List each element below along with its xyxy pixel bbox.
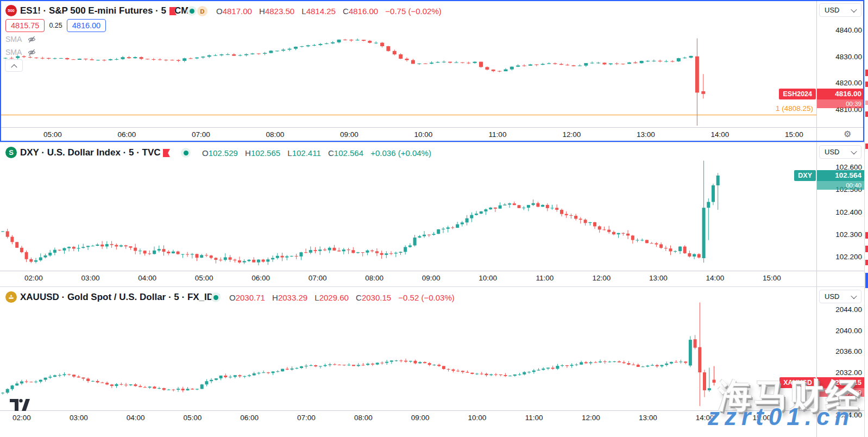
time-tick-label: 06:00 [232,414,267,422]
price-axis[interactable]: 4840.004830.004820.004810.00 [817,0,864,128]
eye-off-icon[interactable] [27,35,36,43]
ohlc-letter: C [328,148,334,158]
high-value: 2033.29 [278,293,307,302]
time-axis[interactable]: 05:0006:0007:0008:0009:0010:0011:0012:00… [0,128,816,141]
chart-panel-dxy: 102.600102.500102.400102.300102.200 02:0… [0,142,864,286]
time-tick-label: 09:00 [403,414,438,422]
flag-icon[interactable] [163,149,170,157]
ohlc-letter: H [272,293,278,302]
edge-mark [865,143,868,149]
low-value: 2029.60 [319,293,349,302]
open-value: 4817.00 [223,7,252,16]
ohlc-letter: C [343,7,349,16]
time-tick-label: 10:00 [470,274,505,282]
ohlc-letter: L [301,7,306,16]
spread-value: 0.25 [49,22,62,29]
time-tick-label: 02:00 [16,274,51,282]
indicator-row-sma2[interactable]: SMA [5,47,36,58]
price-tick-label: 102.400 [817,208,862,216]
time-tick-label: 09:00 [414,274,449,282]
settings-gear-icon[interactable]: ⚙ [844,129,851,139]
edge-mark [865,82,868,87]
symbol-title[interactable]: ES1! · S&P 500 E-mini Futures · 5 · CME [20,5,195,16]
last-price-axis-label: 4816.00 00:39 [817,89,864,108]
time-tick-label: 08:00 [346,414,381,422]
tradingview-logo[interactable] [10,399,32,412]
time-tick-label: 13:00 [628,130,663,139]
currency-label: USD [825,6,839,14]
symbol-price-tag: DXY [794,170,816,181]
last-price: 102.564 [817,170,864,181]
time-tick-label: 07:00 [289,414,324,422]
time-tick-label: 06:00 [110,130,144,139]
indicator-label: SMA [5,35,22,43]
change-value: +0.036 (+0.04%) [370,148,431,158]
time-tick-label: 14:00 [697,274,732,282]
price-tick-label: 2024.00 [817,411,862,419]
time-tick-label: 05:00 [187,274,222,282]
currency-selector[interactable]: USD [819,3,861,17]
time-tick-label: 10:00 [406,130,441,139]
ohlc-letter: H [259,7,265,16]
gold-bars-icon [8,294,15,301]
time-tick-label: 14:00 [688,414,722,422]
price-tick-label: 4830.00 [817,53,862,61]
time-tick-label: 08:00 [258,130,293,139]
ohlc-letter: O [229,293,236,302]
last-price-axis-label: 2030.15 00:39 [817,377,864,397]
time-tick-label: 11:00 [517,414,551,422]
price-tick-label: 2044.00 [817,305,862,314]
bar-countdown: 00:39 [817,388,864,397]
candlestick-plot-xauusd[interactable] [0,286,816,410]
edge-mark [865,246,868,252]
eye-off-icon[interactable] [27,48,36,57]
chevron-up-icon [11,64,17,70]
market-status-dot [211,292,221,302]
time-axis[interactable]: 02:0003:0004:0005:0006:0007:0008:0009:00… [0,411,816,424]
currency-selector[interactable]: USD [819,290,861,303]
symbol-price-tag: ESH2024 [779,89,816,99]
close-value: 2030.15 [362,293,391,302]
last-price-axis-label: 102.564 00:40 [817,170,864,190]
indicator-row-sma1[interactable]: SMA [5,34,36,45]
ohlc-letter: O [216,7,223,16]
time-tick-label: 15:00 [754,274,789,282]
buy-ask-button[interactable]: 4816.00 [67,19,106,32]
sell-bid-button[interactable]: 4815.75 [5,19,45,32]
chart-legend: 500 ES1! · S&P 500 E-mini Futures · 5 · … [0,0,815,18]
symbol-title[interactable]: XAUUSD · Gold Spot / U.S. Dollar · 5 · F… [20,292,220,303]
position-line[interactable] [0,115,816,115]
time-tick-label: 15:00 [744,414,779,422]
time-tick-label: 03:00 [73,274,108,282]
currency-selector[interactable]: USD [819,145,861,159]
position-line-label: 1 (4808.25) [776,104,813,113]
ohlc-letter: O [202,148,209,158]
price-axis[interactable]: 2044.002040.002036.002032.002028.002024.… [817,286,864,423]
collapse-legend-button[interactable] [5,59,23,72]
chart-legend: XAUUSD · Gold Spot / U.S. Dollar · 5 · F… [0,286,815,305]
candlestick-plot-dxy[interactable] [0,142,816,271]
low-value: 102.411 [292,148,321,158]
price-axis[interactable]: 102.600102.500102.400102.300102.200 [817,142,864,272]
symbol-title[interactable]: DXY · U.S. Dollar Index · 5 · TVC [20,147,161,158]
market-status-dot [187,6,197,16]
time-tick-label: 03:00 [61,414,96,422]
currency-label: USD [825,148,839,156]
ohlc-letter: L [287,148,292,158]
time-tick-label: 05:00 [175,414,210,422]
edge-mark [865,111,868,117]
edge-mark [865,101,868,105]
currency-label: USD [825,292,839,301]
time-tick-label: 07:00 [300,274,335,282]
edge-mark [865,260,868,265]
time-tick-label: 15:00 [777,130,812,139]
time-axis[interactable]: 02:0003:0004:0005:0006:0007:0008:0009:00… [0,271,816,285]
chevron-down-icon [851,148,857,154]
time-tick-label: 06:00 [243,274,278,282]
time-tick-label: 08:00 [357,274,392,282]
candlestick-plot-es[interactable] [0,0,816,127]
ohlc-readout: O4817.00 H4823.50 L4814.25 C4816.00 −0.7… [216,7,442,16]
time-tick-label: 02:00 [4,414,39,422]
price-tick-label: 2036.00 [817,347,862,355]
ohlc-letter: H [245,148,251,158]
